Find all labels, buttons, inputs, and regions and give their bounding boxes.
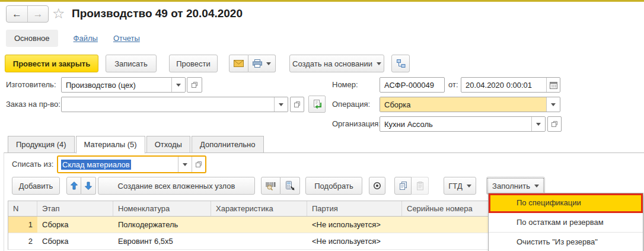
menu-item-by-balances-reserves[interactable]: По остаткам и резервам	[489, 213, 643, 233]
number-value: АСФР-000049	[380, 78, 444, 92]
favorite-star-icon[interactable]: ☆	[52, 6, 65, 21]
column-header-batch[interactable]: Партия	[307, 201, 402, 216]
organization-open-button[interactable]	[547, 116, 562, 132]
manufacturer-field[interactable]: Производство (цех)	[61, 77, 186, 93]
back-button[interactable]: ←	[7, 6, 27, 22]
print-button[interactable]	[248, 55, 276, 72]
pick-button[interactable]: Подобрать	[305, 177, 362, 195]
date-label: от:	[448, 77, 458, 93]
cell-stage: Сборка	[37, 233, 113, 249]
print-dropdown-caret-icon	[266, 62, 271, 65]
tab-waste[interactable]: Отходы	[146, 136, 190, 153]
post-button[interactable]: Провести	[169, 55, 218, 72]
date-value: 20.04.2020 0:00:01	[461, 78, 546, 92]
fill-from-order-button[interactable]	[308, 96, 326, 113]
organization-field[interactable]: Кухни Ассоль	[380, 116, 546, 132]
cell-item: Полкодержатель	[113, 217, 211, 233]
column-header-n[interactable]: N	[8, 201, 37, 216]
barcode-group	[261, 177, 300, 195]
date-field[interactable]: 20.04.2020 0:00:01	[461, 77, 560, 93]
history-nav-group: ← →	[6, 5, 49, 23]
writeoff-open-button[interactable]	[192, 157, 205, 172]
arrow-down-icon	[85, 182, 92, 190]
create-based-on-label: Создать на основании	[292, 59, 372, 68]
forward-button[interactable]: →	[27, 6, 48, 22]
cell-stage: Сборка	[37, 217, 113, 233]
production-order-field[interactable]	[61, 97, 288, 112]
nav-item-reports[interactable]: Отчеты	[113, 34, 140, 43]
window-accent-strip	[0, 0, 644, 2]
eye-icon	[373, 182, 381, 190]
fill-label: Заполнить	[492, 182, 530, 190]
move-up-button[interactable]	[66, 177, 81, 195]
command-bar: Провести и закрыть Записать Провести Соз…	[5, 55, 644, 72]
move-down-button[interactable]	[81, 177, 96, 195]
barcode-icon	[266, 182, 276, 190]
writeoff-dropdown-caret-icon[interactable]	[178, 157, 192, 172]
menu-item-clear-from-reserve[interactable]: Очистить "Из резерва"	[489, 233, 643, 251]
post-and-close-button[interactable]: Провести и закрыть	[5, 55, 98, 72]
cell-batch: <Не используется>	[307, 233, 402, 249]
cell-n: 2	[8, 233, 37, 249]
cell-batch: <Не используется>	[307, 217, 402, 233]
operation-dropdown-caret-icon[interactable]	[546, 97, 560, 112]
paste-button[interactable]	[412, 177, 429, 195]
send-print-group	[229, 55, 276, 72]
operation-label: Операция:	[332, 97, 370, 112]
column-header-characteristic[interactable]: Характеристика	[211, 201, 307, 216]
production-order-value	[62, 97, 274, 112]
gtd-caret-icon	[467, 185, 471, 188]
create-nested-nodes-button[interactable]: Создание всех вложенных узлов	[98, 177, 255, 195]
structure-button[interactable]	[391, 55, 410, 72]
add-row-button[interactable]: Добавить	[12, 177, 60, 195]
tab-strip: Продукция (4) Материалы (5) Отходы Допол…	[8, 136, 265, 153]
writeoff-from-field[interactable]: Склад материалов	[57, 155, 206, 173]
data-terminal-button[interactable]	[280, 177, 300, 195]
cell-characteristic	[211, 217, 307, 233]
forward-icon: →	[33, 8, 43, 20]
production-order-open-button[interactable]	[290, 97, 304, 112]
cell-item: Евровинт 6,5х5	[113, 233, 211, 249]
gtd-button[interactable]: ГТД	[444, 177, 476, 195]
document-nav: Основное Файлы Отчеты	[6, 28, 140, 47]
fill-from-order-icon	[313, 100, 322, 109]
cell-characteristic	[211, 233, 307, 249]
nav-item-main[interactable]: Основное	[6, 30, 58, 47]
clipboard-group	[394, 177, 429, 195]
barcode-search-button[interactable]	[261, 177, 280, 195]
writeoff-from-label: Списать из:	[12, 157, 53, 172]
organization-label: Организация:	[332, 116, 381, 132]
fill-button[interactable]: Заполнить	[486, 177, 545, 195]
tab-additional[interactable]: Дополнительно	[192, 136, 264, 153]
manufacturer-open-button[interactable]	[187, 77, 202, 93]
menu-item-by-specification[interactable]: По спецификации	[489, 193, 643, 213]
manufacturer-label: Изготовитель:	[6, 77, 56, 93]
copy-button[interactable]	[394, 177, 412, 195]
writeoff-from-value: Склад материалов	[61, 160, 131, 170]
back-icon: ←	[12, 8, 22, 20]
organization-value: Кухни Ассоль	[380, 117, 531, 131]
tab-products[interactable]: Продукция (4)	[8, 136, 75, 153]
number-field[interactable]: АСФР-000049	[380, 77, 445, 93]
visibility-button[interactable]	[369, 177, 385, 195]
organization-dropdown-caret-icon[interactable]	[531, 117, 545, 131]
manufacturer-value: Производство (цех)	[62, 78, 171, 92]
fill-dropdown-menu: По спецификации По остаткам и резервам О…	[488, 193, 643, 251]
operation-field[interactable]: Сборка	[380, 97, 560, 112]
page-title: Производство 49 от 20.04.2020	[72, 7, 243, 20]
production-order-dropdown-caret-icon[interactable]	[274, 97, 288, 112]
arrow-up-icon	[71, 182, 78, 190]
calendar-icon[interactable]	[546, 78, 560, 92]
paste-icon	[416, 182, 424, 190]
tab-materials[interactable]: Материалы (5)	[76, 136, 145, 154]
nav-item-files[interactable]: Файлы	[74, 34, 98, 43]
email-button[interactable]	[229, 55, 248, 72]
open-icon	[294, 101, 301, 108]
create-based-on-button[interactable]: Создать на основании	[289, 55, 384, 72]
column-header-stage[interactable]: Этап	[37, 201, 113, 216]
fill-caret-icon	[534, 185, 539, 188]
manufacturer-dropdown-caret-icon[interactable]	[171, 78, 185, 92]
write-button[interactable]: Записать	[106, 55, 157, 72]
column-header-item[interactable]: Номенклатура	[113, 201, 211, 216]
gtd-label: ГТД	[448, 182, 462, 190]
